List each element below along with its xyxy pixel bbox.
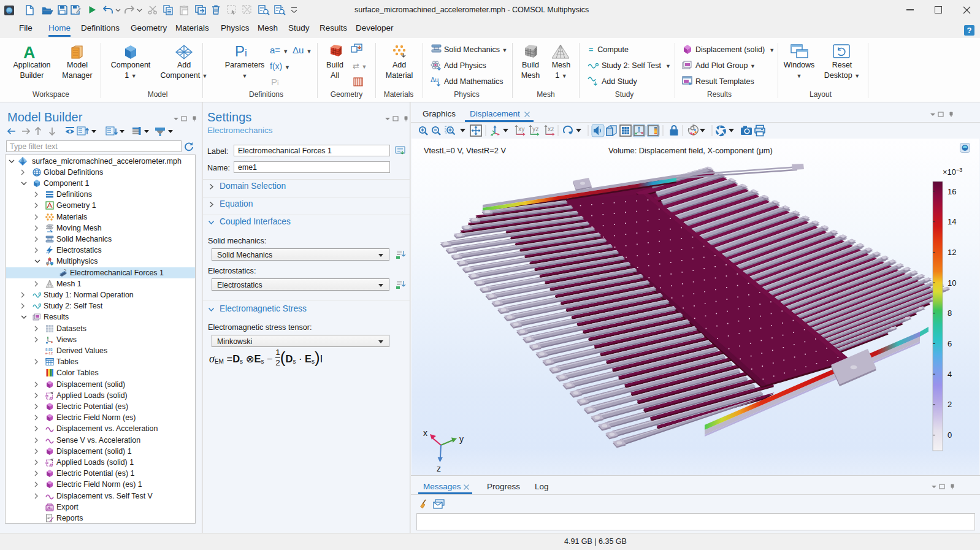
svg-text:xy: xy xyxy=(518,125,525,132)
svg-text:2: 2 xyxy=(947,400,952,409)
svg-text:z: z xyxy=(437,464,441,473)
svg-text:10: 10 xyxy=(947,278,956,288)
svg-text:16: 16 xyxy=(947,187,956,196)
svg-text:12: 12 xyxy=(947,248,956,257)
svg-text:x: x xyxy=(423,428,427,438)
svg-text:6: 6 xyxy=(947,339,952,348)
svg-text:yz: yz xyxy=(532,125,539,132)
svg-text:y: y xyxy=(459,434,464,444)
svg-text:Δu: Δu xyxy=(431,76,438,83)
svg-text:14: 14 xyxy=(947,217,956,226)
svg-text:0: 0 xyxy=(947,430,952,440)
svg-text:xz: xz xyxy=(548,125,554,132)
svg-text:4: 4 xyxy=(947,370,952,379)
svg-text:8: 8 xyxy=(947,308,952,318)
